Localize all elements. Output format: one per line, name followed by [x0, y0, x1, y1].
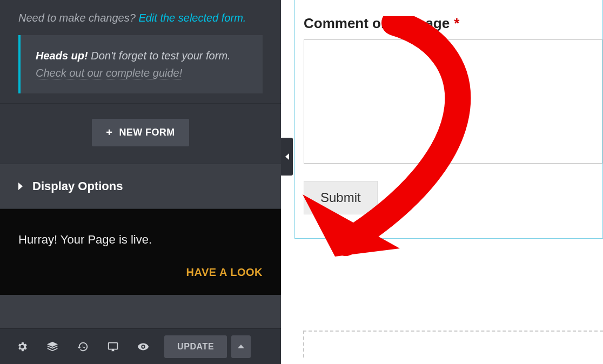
editor-sidebar: Need to make changes? Edit the selected … [0, 0, 281, 364]
page-live-message: Hurray! Your Page is live. [18, 233, 263, 247]
update-options-button[interactable] [231, 335, 251, 358]
layers-icon[interactable] [38, 336, 67, 358]
plus-icon: + [106, 126, 112, 139]
heads-up-strong: Heads up! [36, 50, 88, 62]
heads-up-notice: Heads up! Don't forget to test your form… [18, 35, 263, 93]
new-form-label: NEW FORM [119, 127, 175, 138]
display-options-toggle[interactable]: Display Options [0, 164, 281, 209]
form-inner: Comment or Message * Submit [295, 0, 602, 230]
form-widget-panel: Need to make changes? Edit the selected … [0, 0, 281, 104]
submit-button[interactable]: Submit [304, 181, 378, 214]
chevron-left-icon [285, 153, 289, 160]
new-form-section: + NEW FORM [0, 104, 281, 164]
required-asterisk: * [454, 15, 459, 32]
comment-field-label: Comment or Message * [304, 0, 602, 39]
gear-icon[interactable] [8, 336, 37, 358]
update-button[interactable]: UPDATE [164, 335, 227, 358]
panel-collapse-handle[interactable] [281, 138, 293, 176]
caret-up-icon [238, 345, 244, 348]
page-preview: Comment or Message * Submit [294, 0, 603, 364]
edit-selected-form-link[interactable]: Edit the selected form. [138, 12, 246, 24]
caret-right-icon [18, 183, 23, 190]
editor-footer: UPDATE [0, 328, 281, 364]
new-form-button[interactable]: + NEW FORM [92, 119, 189, 146]
drop-zone-placeholder[interactable] [303, 331, 603, 358]
form-edit-hint: Need to make changes? Edit the selected … [18, 12, 263, 24]
form-widget-outline[interactable]: Comment or Message * Submit [294, 0, 603, 239]
complete-guide-link[interactable]: Check out our complete guide! [36, 67, 182, 79]
sidebar-spacer [0, 295, 281, 328]
comment-label-text: Comment or Message [304, 15, 450, 32]
comment-textarea[interactable] [304, 39, 602, 164]
have-a-look-link[interactable]: HAVE A LOOK [186, 266, 263, 278]
eye-icon[interactable] [129, 336, 158, 358]
monitor-icon[interactable] [98, 336, 128, 358]
display-options-label: Display Options [32, 179, 123, 193]
history-icon[interactable] [68, 336, 97, 358]
heads-up-body: Don't forget to test your form. [88, 50, 231, 62]
page-live-notice: Hurray! Your Page is live. HAVE A LOOK [0, 209, 281, 295]
update-group: UPDATE [164, 335, 251, 358]
hint-text: Need to make changes? [18, 12, 138, 24]
